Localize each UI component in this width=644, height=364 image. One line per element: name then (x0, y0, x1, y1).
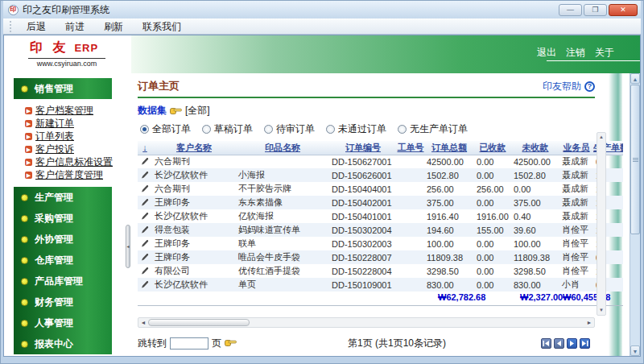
totals-row: ₩62,782.68₩2,327.00₩60,455.68 (138, 292, 623, 305)
cell-8-5: 11809.38 (424, 250, 474, 264)
filter-option-3[interactable]: 待审订单 (264, 122, 315, 136)
toolbar-item-4[interactable]: 联系我们 (133, 20, 191, 34)
toolbar-item-3[interactable]: 刷新 (94, 20, 133, 34)
sidebar-section-9[interactable]: 报表中心 (14, 333, 112, 354)
sidebar-section-5[interactable]: 仓库管理 (14, 250, 112, 271)
sidebar-section-4[interactable]: 外协管理 (14, 229, 112, 250)
radio-icon[interactable] (264, 125, 273, 134)
first-page-button[interactable] (541, 338, 551, 349)
cell-3-2: 不干胶告示牌 (236, 182, 329, 196)
help-link[interactable]: 印友帮助 ? (543, 80, 595, 93)
sidebar-section-8[interactable]: 人事管理 (14, 312, 112, 333)
edit-pencil-icon[interactable] (138, 155, 152, 168)
column-header-7[interactable]: 未收款 (511, 141, 559, 155)
horizontal-scroll-thumb[interactable] (148, 319, 250, 326)
page-vertical-scrollbar[interactable]: ▲ ▼ (630, 73, 640, 356)
table-vertical-scrollbar[interactable]: ▲ ▼ (597, 132, 606, 316)
cell-10-6: 0.00 (474, 278, 511, 292)
cell-8-7: 11809.38 (511, 250, 559, 264)
title-bar: 印 印之友印刷管理系统 — ❐ ✕ (3, 1, 641, 19)
jump-finger-icon[interactable] (225, 337, 237, 349)
app-icon: 印 (8, 5, 19, 15)
sidebar-item-5[interactable]: ▶客户信息标准设置 (25, 155, 112, 168)
sidebar-section-1[interactable]: 销售管理 (14, 78, 112, 99)
page-scroll-up-icon[interactable]: ▲ (630, 73, 640, 84)
horizontal-scrollbar[interactable]: ◄ ► (138, 317, 595, 328)
cell-2-4 (397, 168, 424, 182)
sidebar-section-3[interactable]: 采购管理 (14, 208, 112, 229)
bullet-icon (21, 236, 28, 243)
sidebar-item-label: 新建订单 (35, 117, 74, 130)
logo-en-text: ERP (74, 42, 98, 54)
cell-2-7: 1502.80 (511, 168, 559, 182)
edit-pencil-icon[interactable] (138, 168, 152, 182)
content-frame: 印 友 ERP www.csyiruan.com 退出注销关于 销售管理▶客户档… (3, 35, 641, 357)
cell-5-4 (397, 209, 424, 223)
session-link-1[interactable]: 退出 (537, 46, 556, 60)
column-header-5[interactable]: 订单总额 (424, 141, 474, 155)
edit-pencil-icon[interactable] (138, 209, 152, 223)
sidebar-item-3[interactable]: ▶订单列表 (25, 130, 112, 143)
column-header-8[interactable]: 业务员 (559, 141, 593, 155)
filter-option-4[interactable]: 未通过订单 (326, 122, 386, 136)
sidebar-section-2[interactable]: 生产管理 (14, 187, 112, 208)
sidebar-section-6[interactable]: 产品库管理 (14, 271, 112, 292)
page-scroll-track[interactable] (630, 84, 640, 345)
session-link-3[interactable]: 关于 (595, 46, 614, 60)
edit-pencil-icon[interactable] (138, 278, 152, 292)
table-scroll-up-icon[interactable]: ▲ (597, 133, 605, 142)
table-scroll-down-icon[interactable]: ▼ (597, 306, 605, 315)
edit-pencil-icon[interactable] (138, 223, 152, 237)
prev-page-button[interactable] (554, 338, 564, 349)
cell-6-8: 肖俭平 (559, 223, 593, 237)
sidebar-section-7[interactable]: 财务管理 (14, 292, 112, 312)
edit-pencil-icon[interactable] (138, 250, 152, 264)
filter-option-5[interactable]: 无生产单订单 (398, 122, 468, 136)
splitter-handle-icon[interactable]: ◄ (126, 225, 130, 268)
column-header-sort[interactable]: ↓ (138, 141, 152, 155)
sidebar-item-label: 客户信誉度管理 (35, 168, 103, 182)
minimize-button[interactable]: — (559, 4, 582, 16)
page-title: 订单主页 (138, 79, 180, 93)
edit-pencil-icon[interactable] (138, 182, 152, 196)
page-scroll-down-icon[interactable]: ▼ (630, 345, 640, 356)
edit-pencil-icon[interactable] (138, 264, 152, 278)
sidebar-item-4[interactable]: ▶客户投诉 (25, 143, 112, 155)
toolbar-item-1[interactable]: 后退 (17, 20, 56, 34)
radio-icon[interactable] (398, 125, 407, 134)
radio-icon[interactable] (202, 125, 211, 134)
close-button[interactable]: ✕ (609, 4, 638, 16)
jump-page-input[interactable] (170, 337, 208, 350)
dataset-value[interactable]: [全部] (185, 104, 210, 118)
toolbar-item-2[interactable]: 前进 (56, 20, 94, 34)
column-header-2[interactable]: 印品名称 (236, 141, 329, 155)
scroll-right-icon[interactable]: ► (584, 320, 594, 325)
cell-9-4 (397, 264, 424, 278)
radio-icon[interactable] (326, 125, 335, 134)
maximize-button[interactable]: ❐ (584, 4, 607, 16)
cell-5-6: 1916.00 (474, 209, 511, 223)
last-page-button[interactable] (580, 338, 590, 349)
session-link-2[interactable]: 注销 (566, 46, 585, 60)
radio-icon[interactable] (140, 125, 149, 134)
page-scroll-thumb[interactable] (630, 85, 640, 234)
sidebar-splitter[interactable]: ◄ (125, 73, 132, 356)
edit-pencil-icon[interactable] (138, 196, 152, 209)
edit-pencil-icon[interactable] (138, 237, 152, 250)
arrow-icon: ▶ (25, 120, 32, 127)
next-page-button[interactable] (567, 338, 577, 349)
filter-option-2[interactable]: 草稿订单 (202, 122, 253, 136)
cell-6-4 (397, 223, 424, 237)
cell-4-3: DD-150402001 (329, 196, 397, 209)
sidebar-item-2[interactable]: ▶新建订单 (25, 117, 112, 130)
filter-option-1[interactable]: 全部订单 (140, 122, 191, 136)
filter-option-label: 无生产单订单 (410, 122, 468, 136)
column-header-1[interactable]: 客户名称 (152, 141, 236, 155)
sidebar-item-1[interactable]: ▶客户档案管理 (25, 104, 112, 117)
column-header-3[interactable]: 订单编号 (329, 141, 397, 155)
column-header-4[interactable]: 工单号 (397, 141, 424, 155)
column-header-6[interactable]: 已收款 (474, 141, 511, 155)
scroll-left-icon[interactable]: ◄ (138, 320, 148, 325)
cell-7-3: DD-150302003 (329, 237, 397, 250)
sidebar-item-6[interactable]: ▶客户信誉度管理 (25, 168, 112, 181)
